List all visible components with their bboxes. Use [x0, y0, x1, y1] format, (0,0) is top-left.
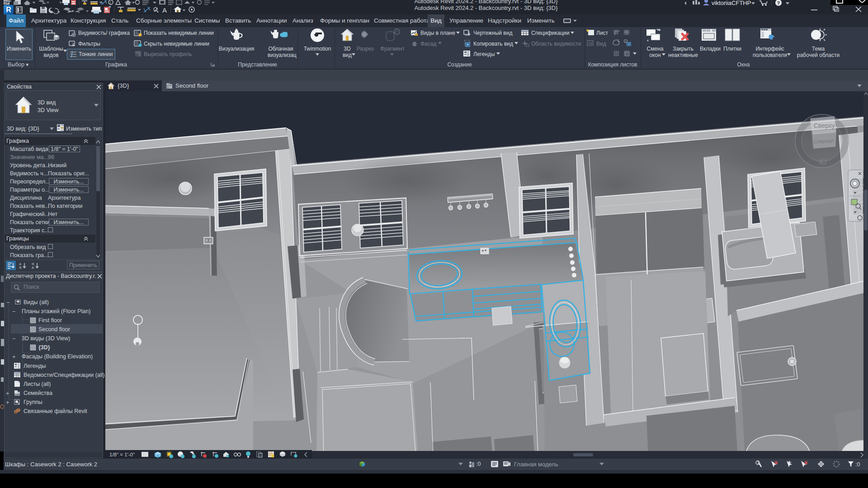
svg-text:viktoriiaCFTHP: viktoriiaCFTHP — [712, 0, 751, 6]
svg-text::0: :0 — [855, 461, 860, 468]
svg-text:З: З — [792, 137, 796, 144]
svg-text:?: ? — [777, 0, 780, 6]
svg-text:А: А — [32, 266, 34, 269]
svg-text:Ю: Ю — [819, 158, 826, 166]
svg-text:A: A — [162, 6, 167, 14]
svg-text:Сверху: Сверху — [814, 122, 835, 129]
svg-text:Я: Я — [19, 266, 21, 269]
svg-text:1: 1 — [625, 40, 627, 43]
svg-text:1: 1 — [109, 1, 111, 4]
svg-text:В: В — [844, 132, 849, 140]
svg-text:1/8" = 1'-0": 1/8" = 1'-0" — [109, 452, 135, 457]
